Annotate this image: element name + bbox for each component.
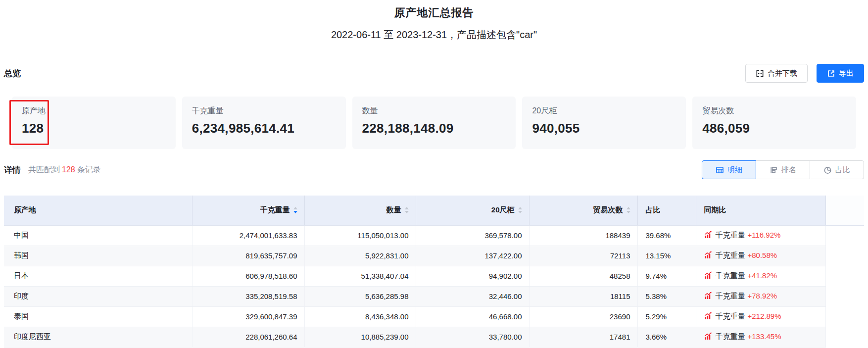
stat-card-value: 128 xyxy=(22,120,176,136)
ranking-icon xyxy=(770,166,778,174)
cell-share: 9.74% xyxy=(637,266,696,286)
table-row[interactable]: 韩国 819,635,757.09 5,922,831.00 137,422.0… xyxy=(4,246,864,266)
table-row[interactable]: 印度 335,208,519.58 5,636,285.98 32,446.00… xyxy=(4,286,864,306)
column-header-原产地: 原产地 xyxy=(4,196,192,225)
cell-trades: 18115 xyxy=(529,286,637,306)
column-header-label: 原产地 xyxy=(14,205,36,215)
stat-card: 千克重量 6,234,985,614.41 xyxy=(182,97,346,149)
details-toolbar: 详情 共匹配到128条记录 明细排名占比 xyxy=(4,160,864,179)
match-prefix: 共匹配到 xyxy=(28,165,60,174)
sort-desc-icon xyxy=(627,211,630,213)
cell-origin: 印度尼西亚 xyxy=(4,327,192,347)
details-heading: 详情 xyxy=(4,164,21,176)
yoy-metric-label: 千克重量 xyxy=(716,292,745,300)
page-title: 原产地汇总报告 xyxy=(4,6,864,20)
stat-card-value: 940,055 xyxy=(532,120,686,136)
stat-card: 20尺柜 940,055 xyxy=(522,97,686,149)
cell-teu: 32,446.00 xyxy=(416,286,529,306)
cell-weight: 335,208,519.58 xyxy=(192,286,304,306)
cell-trades: 188439 xyxy=(529,225,637,246)
sort-icons[interactable] xyxy=(518,207,522,213)
cell-share: 5.38% xyxy=(637,286,696,306)
cell-quantity: 8,436,348.00 xyxy=(304,306,416,327)
cell-trades: 23690 xyxy=(529,306,637,327)
cell-trades: 17481 xyxy=(529,327,637,347)
table-row[interactable]: 印度尼西亚 228,061,260.64 10,885,239.00 33,78… xyxy=(4,327,864,347)
stat-card-label: 数量 xyxy=(362,106,516,116)
column-header-empty xyxy=(825,196,864,225)
yoy-change-value: +212.89% xyxy=(748,312,781,320)
details-table-wrap: 原产地 千克重量 数量 20尺柜 xyxy=(4,196,864,348)
trend-up-chart-icon xyxy=(704,271,712,281)
cell-empty xyxy=(825,225,864,246)
cell-yoy: 千克重量+212.89% xyxy=(696,306,825,327)
trend-up-chart-icon xyxy=(704,231,712,240)
tab-table[interactable]: 明细 xyxy=(702,160,756,179)
column-header-label: 占比 xyxy=(646,205,661,215)
export-button[interactable]: 导出 xyxy=(817,64,864,83)
cell-yoy: 千克重量+78.92% xyxy=(696,286,825,306)
cell-origin: 日本 xyxy=(4,266,192,286)
column-header-label: 同期比 xyxy=(704,205,726,215)
table-row[interactable]: 泰国 329,600,847.39 8,436,348.00 46,668.00… xyxy=(4,306,864,327)
yoy-metric-label: 千克重量 xyxy=(716,251,745,259)
yoy-metric-label: 千克重量 xyxy=(716,271,745,280)
trend-up-chart-icon xyxy=(704,251,712,260)
overview-heading: 总览 xyxy=(4,68,21,79)
cell-weight: 228,061,260.64 xyxy=(192,327,304,347)
match-suffix: 条记录 xyxy=(77,165,101,174)
tab-label: 占比 xyxy=(835,165,850,175)
sort-desc-icon xyxy=(405,211,409,213)
merge-download-button[interactable]: 合并下载 xyxy=(745,64,808,83)
tab-pie[interactable]: 占比 xyxy=(810,160,864,179)
cell-share: 5.29% xyxy=(637,306,696,327)
sort-icons[interactable] xyxy=(627,207,630,213)
column-header-数量[interactable]: 数量 xyxy=(304,196,416,225)
column-header-千克重量[interactable]: 千克重量 xyxy=(192,196,304,225)
column-header-20尺柜[interactable]: 20尺柜 xyxy=(416,196,529,225)
export-label: 导出 xyxy=(839,69,854,78)
cell-yoy: 千克重量+41.82% xyxy=(696,266,825,286)
cell-quantity: 5,636,285.98 xyxy=(304,286,416,306)
yoy-change-value: +78.92% xyxy=(748,292,777,300)
merge-download-label: 合并下载 xyxy=(768,69,797,78)
column-header-占比: 占比 xyxy=(637,196,696,225)
sort-asc-icon xyxy=(627,207,630,209)
toolbar-actions: 合并下载 导出 xyxy=(745,64,864,83)
table-row[interactable]: 中国 2,474,001,633.83 115,050,013.00 369,5… xyxy=(4,225,864,246)
report-page: 原产地汇总报告 2022-06-11 至 2023-12-31，产品描述包含"c… xyxy=(0,0,868,348)
stat-card-label: 20尺柜 xyxy=(532,106,686,116)
column-header-贸易次数[interactable]: 贸易次数 xyxy=(529,196,637,225)
sort-icons[interactable] xyxy=(405,207,409,213)
cell-weight: 819,635,757.09 xyxy=(192,246,304,266)
cell-weight: 606,978,518.60 xyxy=(192,266,304,286)
cell-origin: 韩国 xyxy=(4,246,192,266)
column-header-label: 20尺柜 xyxy=(491,205,515,215)
cell-empty xyxy=(825,286,864,306)
stat-card: 原产地 128 xyxy=(12,97,176,149)
table-row[interactable]: 日本 606,978,518.60 51,338,407.04 94,902.0… xyxy=(4,266,864,286)
cell-yoy: 千克重量+133.45% xyxy=(696,327,825,347)
stat-card-label: 贸易次数 xyxy=(702,106,856,116)
sort-desc-icon xyxy=(518,211,522,213)
export-icon xyxy=(827,69,835,78)
cell-empty xyxy=(825,246,864,266)
yoy-change-value: +116.92% xyxy=(748,231,781,239)
cell-share: 13.15% xyxy=(637,246,696,266)
cell-trades: 48258 xyxy=(529,266,637,286)
table-header-row: 原产地 千克重量 数量 20尺柜 xyxy=(4,196,864,225)
yoy-change-value: +80.58% xyxy=(748,251,777,259)
tab-ranking[interactable]: 排名 xyxy=(756,160,810,179)
cell-empty xyxy=(825,266,864,286)
stat-card: 数量 228,188,148.09 xyxy=(352,97,516,149)
report-header: 原产地汇总报告 2022-06-11 至 2023-12-31，产品描述包含"c… xyxy=(4,0,864,42)
sort-desc-icon xyxy=(293,211,297,213)
merge-cells-icon xyxy=(756,69,764,78)
cell-origin: 印度 xyxy=(4,286,192,306)
column-header-同期比: 同期比 xyxy=(696,196,825,225)
stat-card-value: 228,188,148.09 xyxy=(362,120,516,136)
sort-icons[interactable] xyxy=(293,207,297,213)
trend-up-chart-icon xyxy=(704,332,712,342)
cell-teu: 33,780.00 xyxy=(416,327,529,347)
cell-quantity: 51,338,407.04 xyxy=(304,266,416,286)
